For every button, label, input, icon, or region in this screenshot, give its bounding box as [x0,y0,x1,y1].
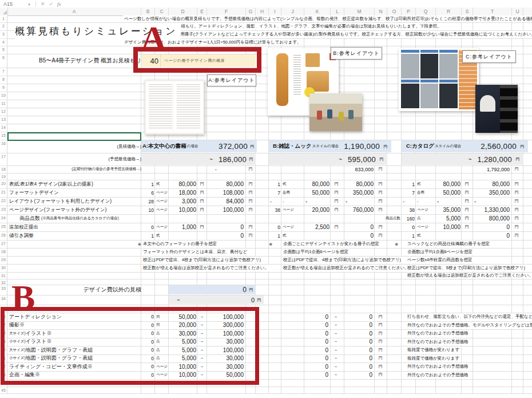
section-a-min-cell[interactable]: ~186,000円 [141,153,256,165]
row-number[interactable]: 9 [0,84,7,92]
total-cell[interactable]: 0 [473,232,510,239]
unit-price-cell[interactable]: 10,000 [169,206,196,214]
total-cell[interactable]: 1,330,000 [473,206,510,214]
total-cell[interactable]: 108,000 [207,189,244,196]
row-number[interactable]: 10 [0,92,7,100]
total-cell[interactable]: - [346,198,374,205]
row-number[interactable]: 23 [0,206,7,215]
unit-price-cell[interactable]: 80,000 [436,180,460,188]
column-letter[interactable]: G [246,7,256,15]
total-cell[interactable]: 80,000 [207,180,244,188]
column-letter[interactable]: D [169,7,197,15]
qty-cell[interactable]: 38 [402,206,415,214]
column-letter[interactable]: S [462,7,473,15]
item-label[interactable]: 値引き調整 [8,232,35,239]
option-qty-b[interactable]: 0 [304,355,328,362]
section-c-min-cell[interactable]: ~1,280,000円 [402,153,523,165]
note-cell[interactable]: 校正数が増える場合は追加校正が足されるのでご注意ください。 [406,273,532,278]
option-total-b[interactable]: 0 [344,338,372,346]
insert-function-icon[interactable]: fx [57,1,61,7]
row-number[interactable]: 32 [0,279,7,285]
column-letter[interactable]: R [436,7,462,15]
unit-price-cell[interactable]: 18,000 [169,189,196,196]
total-cell[interactable]: 84,000 [207,198,244,205]
qty-cell[interactable]: 38 [268,206,280,214]
row-number[interactable]: 12 [0,108,7,116]
unit-price-cell[interactable]: 1,000 [169,223,196,231]
column-letter[interactable]: O [387,7,402,15]
note-cell[interactable]: やや校正回数が多めの商業利用冊子(クライアントなどによってチェックする人や部署が… [123,31,532,38]
row-number[interactable]: 8 [0,76,7,84]
unit-price-cell[interactable]: 3,000 [169,198,196,205]
column-letter[interactable]: C [155,7,169,15]
row-number[interactable]: 19 [0,174,7,180]
accept-icon[interactable]: ✓ [49,1,54,7]
qty-cell[interactable]: 0 [141,223,154,231]
note-cell[interactable]: 校正はPDFで提出、4校まで(印刷方法により追加で色校アリ) [142,257,262,263]
option-total-b[interactable]: 0 [344,322,372,329]
row-number[interactable]: 4 [0,39,7,46]
select-all-corner[interactable] [0,7,8,15]
cancel-icon[interactable]: ✕ [41,1,45,7]
qty-cell[interactable]: 1 [402,232,415,239]
unit-price-cell[interactable]: 50,000 [436,189,460,196]
qty-cell[interactable]: 28 [141,198,154,205]
option-qty-b[interactable]: 0 [304,338,328,346]
column-letter[interactable]: B [141,7,155,15]
total-cell[interactable]: 0 [344,223,374,231]
option-qty-b[interactable]: 0 [304,322,328,329]
row-number[interactable]: 7 [0,68,7,76]
column-letter[interactable]: N [375,7,387,15]
total-cell[interactable]: 0 [207,232,244,239]
total-cell[interactable]: 100,000 [207,206,244,214]
note-cell[interactable]: スペックなどの商品仕様掲載の冊子を想定 [406,241,491,247]
column-letter[interactable]: E [197,7,207,15]
name-box[interactable]: A15 [0,1,27,7]
row-number[interactable]: 20 [0,180,7,189]
option-qty-b[interactable]: 0 [304,363,328,371]
row-number[interactable]: 16 [0,140,7,153]
qty-cell[interactable]: 1 [268,180,280,188]
row-number[interactable]: 3 [0,31,7,39]
row-number[interactable]: 29 [0,257,7,265]
note-cell[interactable]: 校正はPDFで提出、5校まで(印刷方法により追加で色校アリ) [406,265,526,271]
qty-cell[interactable]: 7 [268,189,280,196]
unit-price-cell[interactable]: 5,000 [436,215,460,222]
row-number[interactable]: 5 [0,46,7,54]
row-number[interactable]: 33 [0,285,7,295]
qty-cell[interactable]: 6 [141,189,154,196]
other-estimate-min-cell[interactable]: ~0円 [169,295,264,304]
row-number[interactable]: 13 [0,116,7,124]
unit-price-cell[interactable]: 10,000 [436,223,460,231]
row-number[interactable]: 27 [0,241,7,249]
option-total-b[interactable]: 0 [344,330,372,337]
qty-cell[interactable]: - [403,198,415,205]
row-number[interactable]: 34 [0,295,7,305]
option-total-b[interactable]: 0 [344,313,372,321]
total-cell[interactable]: 350,000 [473,189,510,196]
total-cell[interactable]: - [474,198,510,205]
qty-cell[interactable]: - [269,198,281,205]
column-letter[interactable]: K [304,7,331,15]
row-number[interactable]: 30 [0,265,7,273]
note-cell[interactable]: 校正はPDFで提出、4校まで(印刷方法により追加で色校アリ) [282,257,402,263]
column-letter[interactable]: T [473,7,512,15]
note-cell[interactable]: ページ数x4件程度の商品数を想定 [406,257,474,263]
qty-cell[interactable]: 160 [402,215,415,222]
item-label[interactable]: ページデザイン(フォーマット外のデザイン) [8,206,108,214]
column-letter[interactable]: P [402,7,416,15]
note-cell[interactable]: ページ数しか情報がない場合の概算見積もりです。予想最低価格は内容によって(シンプ… [123,15,532,22]
unit-price-cell[interactable]: 20,000 [304,206,329,214]
row-number[interactable]: 18 [0,166,7,174]
row-number[interactable]: 2 [0,23,7,31]
section-c-periodical[interactable]: 1,792,000 [473,166,510,172]
row-number[interactable]: 31 [0,273,7,279]
option-total-b[interactable]: 0 [344,346,372,354]
qty-cell[interactable]: 0 [402,223,415,231]
column-letter[interactable]: J [281,7,304,15]
total-cell[interactable]: 350,000 [344,189,374,196]
total-cell[interactable]: 0 [344,232,374,239]
total-cell[interactable]: 80,000 [344,180,374,188]
section-c-price-cell[interactable]: C:カタログスタイルの場合2,560,000円 [402,140,528,152]
column-letter[interactable]: H [256,7,269,15]
